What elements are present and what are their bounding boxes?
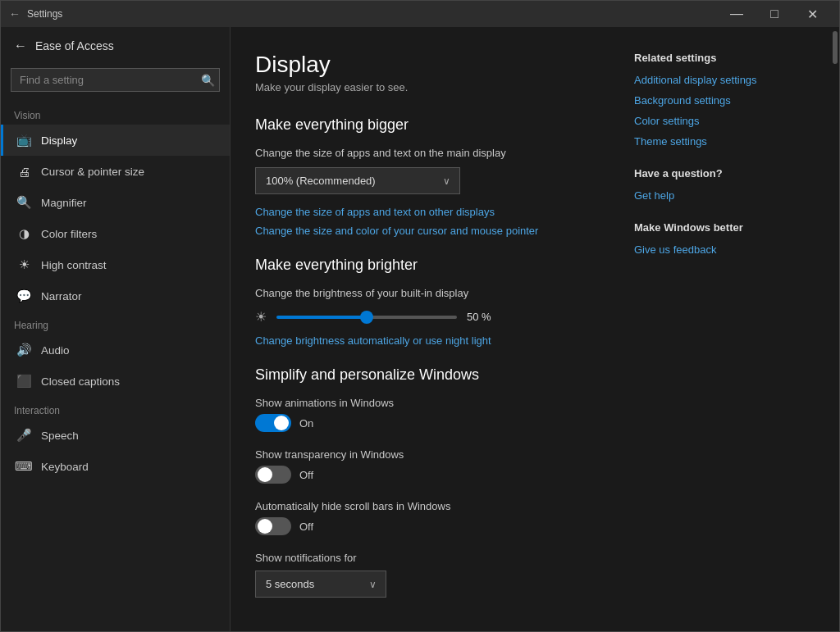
sidebar-item-cursor[interactable]: 🖨 Cursor & pointer size	[1, 156, 230, 187]
brightness-slider[interactable]	[276, 316, 457, 319]
sidebar-item-audio-label: Audio	[41, 344, 70, 357]
question-heading: Have a question?	[634, 167, 798, 180]
sizing-label: Change the size of apps and text on the …	[255, 147, 601, 159]
hearing-section-label: Hearing	[1, 311, 230, 334]
background-settings-link[interactable]: Background settings	[634, 94, 798, 107]
sidebar-item-color-filters-label: Color filters	[41, 228, 97, 240]
theme-settings-link[interactable]: Theme settings	[634, 135, 798, 148]
notifications-dropdown-wrapper: 5 seconds 7 seconds 15 seconds 30 second…	[255, 571, 386, 598]
back-icon: ←	[14, 39, 27, 53]
sidebar-item-narrator-label: Narrator	[41, 290, 82, 302]
brightness-label: Change the brightness of your built-in d…	[255, 287, 601, 299]
sidebar-item-color-filters[interactable]: ◑ Color filters	[1, 218, 230, 249]
sidebar-item-high-contrast[interactable]: ☀ High contrast	[1, 249, 230, 280]
narrator-icon: 💬	[16, 289, 31, 303]
sidebar-item-speech[interactable]: 🎤 Speech	[1, 420, 230, 451]
sidebar-nav: Vision 📺 Display 🖨 Cursor & pointer size…	[1, 102, 230, 632]
search-icon[interactable]: 🔍	[201, 74, 215, 87]
sidebar-item-speech-label: Speech	[41, 430, 79, 442]
sidebar-item-display[interactable]: 📺 Display	[1, 125, 230, 156]
simplify-section-title: Simplify and personalize Windows	[255, 366, 601, 384]
feedback-link[interactable]: Give us feedback	[634, 243, 798, 256]
minimize-button[interactable]: —	[718, 1, 756, 27]
sidebar-item-keyboard-label: Keyboard	[41, 461, 89, 473]
search-box: 🔍	[11, 68, 220, 92]
maximize-button[interactable]: □	[756, 1, 793, 27]
app-container: ← Ease of Access 🔍 Vision 📺 Display 🖨 Cu…	[1, 27, 839, 632]
display-icon: 📺	[16, 133, 31, 148]
sidebar-item-magnifier[interactable]: 🔍 Magnifier	[1, 187, 230, 218]
better-section: Make Windows better Give us feedback	[634, 221, 798, 256]
closed-captions-icon: ⬛	[16, 374, 31, 389]
color-settings-link[interactable]: Color settings	[634, 115, 798, 127]
other-displays-link[interactable]: Change the size of apps and text on othe…	[255, 206, 601, 218]
magnifier-icon: 🔍	[16, 195, 31, 210]
scrollbars-toggle-control: Off	[255, 517, 601, 535]
transparency-toggle-control: Off	[255, 466, 601, 484]
scrollbars-toggle-row: Automatically hide scroll bars in Window…	[255, 500, 601, 535]
speech-icon: 🎤	[16, 428, 31, 443]
sun-icon: ☀	[255, 309, 267, 325]
related-settings-heading: Related settings	[634, 52, 798, 64]
sidebar-item-closed-captions-label: Closed captions	[41, 375, 120, 388]
sidebar-item-keyboard[interactable]: ⌨ Keyboard	[1, 451, 230, 482]
transparency-toggle[interactable]	[255, 466, 291, 484]
better-heading: Make Windows better	[634, 221, 798, 234]
scrollbars-toggle-state: Off	[299, 521, 313, 533]
brightness-value: 50 %	[467, 311, 491, 323]
transparency-label: Show transparency in Windows	[255, 448, 601, 461]
sidebar-item-magnifier-label: Magnifier	[41, 197, 87, 209]
back-arrow-icon: ←	[9, 7, 21, 20]
search-input[interactable]	[11, 68, 220, 92]
content-aside: Related settings Additional display sett…	[634, 52, 798, 598]
sidebar-back-button[interactable]: ← Ease of Access	[1, 27, 230, 65]
content-wrapper: Display Make your display easier to see.…	[255, 52, 798, 598]
scrollbars-label: Automatically hide scroll bars in Window…	[255, 500, 601, 512]
question-section: Have a question? Get help	[634, 167, 798, 202]
close-button[interactable]: ✕	[793, 1, 831, 27]
additional-display-link[interactable]: Additional display settings	[634, 74, 798, 86]
sidebar-item-narrator[interactable]: 💬 Narrator	[1, 280, 230, 311]
brighter-section-title: Make everything brighter	[255, 257, 601, 274]
page-subtitle: Make your display easier to see.	[255, 81, 601, 93]
animations-label: Show animations in Windows	[255, 397, 601, 409]
cursor-icon: 🖨	[16, 164, 31, 179]
sidebar-heading: Ease of Access	[35, 39, 114, 52]
transparency-toggle-state: Off	[299, 469, 313, 481]
scrollbars-toggle-thumb	[258, 519, 272, 534]
cursor-link[interactable]: Change the size and color of your cursor…	[255, 225, 601, 237]
animations-toggle-control: On	[255, 414, 601, 432]
notifications-dropdown[interactable]: 5 seconds 7 seconds 15 seconds 30 second…	[255, 571, 386, 598]
title-bar-controls: — □ ✕	[718, 1, 831, 27]
interaction-section-label: Interaction	[1, 397, 230, 420]
get-help-link[interactable]: Get help	[634, 189, 798, 202]
title-bar: ← Settings — □ ✕	[1, 1, 839, 27]
animations-toggle-state: On	[299, 417, 313, 430]
sizing-dropdown-wrapper: 100% (Recommended) 125% 150% 175%	[255, 167, 460, 194]
high-contrast-icon: ☀	[16, 257, 31, 272]
scrollbar-thumb	[833, 31, 838, 64]
main-content: Display Make your display easier to see.…	[231, 27, 831, 632]
sizing-dropdown[interactable]: 100% (Recommended) 125% 150% 175%	[255, 167, 460, 194]
sidebar: ← Ease of Access 🔍 Vision 📺 Display 🖨 Cu…	[1, 27, 231, 632]
keyboard-icon: ⌨	[16, 459, 31, 474]
animations-toggle-row: Show animations in Windows On	[255, 397, 601, 432]
title-bar-title: Settings	[27, 8, 62, 20]
sidebar-item-high-contrast-label: High contrast	[41, 259, 107, 271]
audio-icon: 🔊	[16, 343, 31, 357]
right-scrollbar[interactable]	[831, 27, 839, 632]
transparency-toggle-row: Show transparency in Windows Off	[255, 448, 601, 484]
transparency-toggle-thumb	[258, 467, 272, 482]
night-light-link[interactable]: Change brightness automatically or use n…	[255, 334, 601, 347]
sidebar-item-audio[interactable]: 🔊 Audio	[1, 334, 230, 366]
title-bar-left: ← Settings	[9, 7, 62, 20]
color-filters-icon: ◑	[16, 226, 31, 241]
content-main: Display Make your display easier to see.…	[255, 52, 601, 598]
animations-toggle[interactable]	[255, 414, 291, 432]
vision-section-label: Vision	[1, 102, 230, 125]
brightness-row: ☀ 50 %	[255, 309, 601, 325]
sidebar-item-closed-captions[interactable]: ⬛ Closed captions	[1, 366, 230, 397]
scrollbars-toggle[interactable]	[255, 517, 291, 535]
sidebar-item-cursor-label: Cursor & pointer size	[41, 166, 144, 178]
bigger-section-title: Make everything bigger	[255, 116, 601, 134]
